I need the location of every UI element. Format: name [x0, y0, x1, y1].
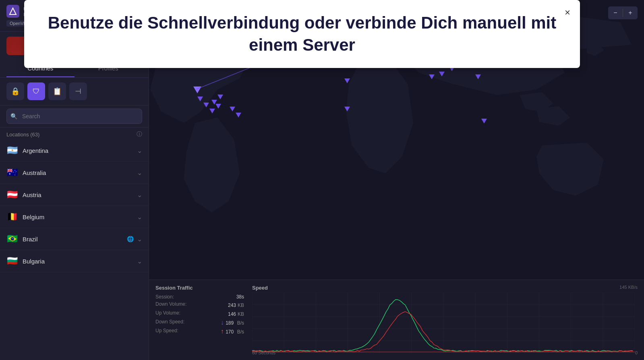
tooltip-overlay: Benutze die Schnellverbindung oder verbi… — [24, 0, 580, 68]
logo-svg — [9, 7, 17, 15]
vpn-marker-31 — [209, 109, 215, 113]
zoom-in-button[interactable]: + — [623, 6, 638, 19]
locations-header: Locations (63) ⓘ — [0, 128, 149, 140]
filter-btn-lock[interactable]: 🔒 — [6, 82, 24, 100]
filter-btn-arrow[interactable]: ⊣ — [69, 82, 87, 100]
expand-icon-austria: ⌄ — [137, 191, 142, 199]
up-arrow-icon: ↑ — [221, 328, 224, 335]
country-list: 🇦🇷 Argentina ⌄ 🇦🇺 Australia ⌄ 🇦🇹 Austria… — [0, 140, 149, 360]
down-arrow-icon: ↓ — [221, 319, 224, 326]
vpn-marker-33 — [344, 78, 350, 83]
zoom-out-button[interactable]: − — [608, 6, 623, 19]
logo-icon — [6, 5, 19, 18]
stats-panel: Session Traffic Session: 38s Down Volume… — [149, 280, 644, 360]
lock-icon: 🔒 — [11, 87, 20, 96]
vpn-marker-23 — [439, 72, 445, 76]
chart-zero: 0 — [635, 350, 638, 355]
shield-icon: 🛡 — [33, 87, 40, 96]
clipboard-icon: 📋 — [53, 87, 62, 96]
globe-icon-brazil: 🌐 — [127, 236, 134, 242]
session-traffic: Session Traffic Session: 38s Down Volume… — [155, 285, 244, 355]
country-item-brazil[interactable]: 🇧🇷 Brazil 🌐 ⌄ — [0, 228, 149, 250]
vpn-marker-27 — [197, 97, 203, 101]
session-value: 38s — [236, 294, 244, 300]
country-item-belgium[interactable]: 🇧🇪 Belgium ⌄ — [0, 206, 149, 228]
vpn-marker-32 — [215, 104, 221, 109]
up-volume-label: Up Volume: — [155, 310, 180, 317]
search-container: 🔍 — [0, 105, 149, 128]
down-volume-label: Down Volume: — [155, 301, 186, 309]
speed-chart-canvas — [252, 292, 635, 353]
stat-row-up-volume: Up Volume: 146KB — [155, 310, 244, 317]
up-speed-unit: B/s — [237, 329, 244, 335]
vpn-marker-36 — [475, 74, 481, 79]
tooltip-close-button[interactable]: × — [561, 6, 574, 19]
vpn-marker-30 — [217, 95, 223, 99]
search-input[interactable] — [6, 109, 142, 124]
filter-btn-clipboard[interactable]: 📋 — [48, 82, 66, 100]
speed-chart: Speed 145 KB/s 60 Seconds 0 — [252, 285, 638, 355]
arrow-icon: ⊣ — [75, 87, 81, 96]
vpn-marker-25 — [236, 113, 241, 117]
country-item-australia[interactable]: 🇦🇺 Australia ⌄ — [0, 162, 149, 184]
search-icon: 🔍 — [10, 113, 17, 119]
country-name-australia: Australia — [23, 169, 137, 176]
speed-chart-title: Speed — [252, 285, 638, 291]
filter-btn-shield[interactable]: 🛡 — [27, 82, 45, 100]
country-item-bulgaria[interactable]: 🇧🇬 Bulgaria ⌄ — [0, 250, 149, 272]
flag-austria: 🇦🇹 — [6, 189, 18, 200]
country-name-belgium: Belgium — [23, 214, 137, 220]
session-traffic-title: Session Traffic — [155, 285, 244, 291]
down-speed-value: 189 — [226, 320, 234, 326]
country-item-argentina[interactable]: 🇦🇷 Argentina ⌄ — [0, 140, 149, 162]
stat-row-up-speed: Up Speed: ↑ 170 B/s — [155, 328, 244, 335]
down-volume-value: 243 — [228, 302, 236, 308]
svg-marker-0 — [10, 8, 16, 14]
flag-belgium: 🇧🇪 — [6, 212, 18, 222]
vpn-marker-24 — [230, 107, 235, 111]
down-speed-unit: B/s — [237, 320, 244, 326]
chart-time: 60 Seconds — [252, 350, 275, 355]
expand-icon-belgium: ⌄ — [137, 213, 142, 221]
country-name-austria: Austria — [23, 191, 137, 198]
vpn-marker-22 — [429, 74, 435, 79]
flag-australia: 🇦🇺 — [6, 167, 18, 178]
country-name-bulgaria: Bulgaria — [23, 258, 137, 265]
zoom-controls: − + — [608, 6, 638, 19]
up-speed-value: 170 — [226, 329, 234, 335]
vpn-marker-28 — [203, 103, 209, 107]
vpn-marker-connected — [193, 86, 201, 93]
stat-row-down-volume: Down Volume: 243KB — [155, 301, 244, 309]
tooltip-text: Benutze die Schnellverbindung oder verbi… — [40, 12, 564, 56]
stat-row-session: Session: 38s — [155, 294, 244, 300]
search-wrapper: 🔍 — [6, 109, 142, 124]
speed-max: 145 KB/s — [619, 285, 638, 290]
country-name-brazil: Brazil — [23, 236, 127, 243]
country-item-austria[interactable]: 🇦🇹 Austria ⌄ — [0, 184, 149, 206]
expand-icon-australia: ⌄ — [137, 169, 142, 177]
up-volume-value: 146 — [228, 311, 236, 317]
down-speed-label: Down Speed: — [155, 319, 184, 326]
vpn-marker-35 — [481, 119, 487, 123]
vpn-marker-34 — [344, 107, 350, 111]
down-volume-unit: KB — [238, 302, 244, 308]
filter-row: 🔒 🛡 📋 ⊣ — [0, 78, 149, 105]
session-label: Session: — [155, 294, 174, 300]
expand-icon-argentina: ⌄ — [137, 147, 142, 154]
up-speed-label: Up Speed: — [155, 328, 178, 335]
expand-icon-brazil: ⌄ — [137, 235, 142, 243]
stat-row-down-speed: Down Speed: ↓ 189 B/s — [155, 319, 244, 326]
info-icon[interactable]: ⓘ — [137, 131, 142, 138]
locations-label: Locations (63) — [6, 132, 39, 138]
flag-bulgaria: 🇧🇬 — [6, 256, 18, 266]
expand-icon-bulgaria: ⌄ — [137, 257, 142, 265]
up-volume-unit: KB — [238, 311, 244, 317]
flag-argentina: 🇦🇷 — [6, 145, 18, 156]
country-name-argentina: Argentina — [23, 147, 137, 154]
flag-brazil: 🇧🇷 — [6, 234, 18, 244]
